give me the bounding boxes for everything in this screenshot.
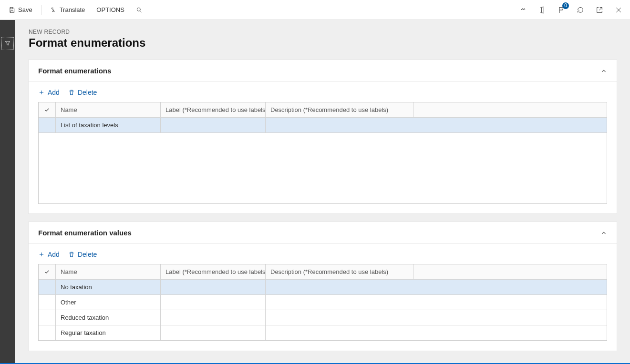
office-icon <box>538 6 546 14</box>
grid-body-enum: List of taxation levels <box>39 118 607 203</box>
popout-button[interactable] <box>593 3 606 17</box>
page-title: Format enumerations <box>29 36 617 50</box>
save-label: Save <box>18 6 32 13</box>
search-icon <box>136 7 143 13</box>
main-layout: NEW RECORD Format enumerations Format en… <box>0 20 630 363</box>
grid-header-row: Name Label (*Recommended to use labels) … <box>39 102 607 118</box>
plus-icon <box>38 251 45 258</box>
trash-icon <box>68 89 75 96</box>
cell-label[interactable] <box>161 118 266 132</box>
column-spacer <box>413 264 607 279</box>
cell-description[interactable] <box>266 325 413 340</box>
notifications-button[interactable]: 0 <box>555 3 568 17</box>
grid-header-row: Name Label (*Recommended to use labels) … <box>39 264 607 280</box>
translate-label: Translate <box>60 6 85 13</box>
panel-title-values: Format enumeration values <box>38 229 132 237</box>
translate-button[interactable]: Translate <box>45 3 90 16</box>
panel-title-enum: Format enumerations <box>38 67 111 75</box>
cell-description[interactable] <box>266 280 413 294</box>
translate-icon <box>50 7 57 13</box>
filter-icon <box>4 40 11 47</box>
add-button-values[interactable]: Add <box>38 251 60 258</box>
column-description[interactable]: Description (*Recommended to use labels) <box>266 102 413 117</box>
cell-name[interactable]: Regular taxation <box>56 325 161 340</box>
search-button[interactable] <box>131 4 147 16</box>
column-spacer <box>413 102 607 117</box>
cell-description[interactable] <box>266 310 413 325</box>
refresh-button[interactable] <box>574 3 587 17</box>
table-row[interactable]: List of taxation levels <box>39 118 607 133</box>
filter-button[interactable] <box>1 37 14 50</box>
cell-name[interactable]: No taxation <box>56 280 161 294</box>
check-icon <box>44 107 50 113</box>
column-select[interactable] <box>39 264 56 279</box>
column-name[interactable]: Name <box>56 264 161 279</box>
office-icon-button[interactable] <box>536 3 549 17</box>
delete-button-values[interactable]: Delete <box>68 251 97 258</box>
cell-label[interactable] <box>161 295 266 310</box>
cell-description[interactable] <box>266 118 413 132</box>
panel-format-enumerations: Format enumerations Add Delete <box>29 60 617 213</box>
refresh-icon <box>577 6 584 14</box>
add-button-enum[interactable]: Add <box>38 89 60 96</box>
delete-label: Delete <box>78 89 97 96</box>
grid-body-values: No taxation Other Reduced taxa <box>39 280 607 341</box>
left-sidebar <box>0 20 15 363</box>
row-select[interactable] <box>39 325 56 340</box>
close-button[interactable] <box>612 3 625 17</box>
add-label: Add <box>48 251 60 258</box>
breadcrumb: NEW RECORD <box>29 29 617 35</box>
row-select[interactable] <box>39 118 56 132</box>
connectivity-icon-button[interactable] <box>516 3 530 17</box>
notifications-badge: 0 <box>562 2 569 9</box>
column-select[interactable] <box>39 102 56 117</box>
save-icon <box>9 7 15 13</box>
cell-label[interactable] <box>161 325 266 340</box>
trash-icon <box>68 251 75 258</box>
options-button[interactable]: OPTIONS <box>92 3 129 16</box>
save-button[interactable]: Save <box>4 3 37 16</box>
column-description[interactable]: Description (*Recommended to use labels) <box>266 264 413 279</box>
column-name[interactable]: Name <box>56 102 161 117</box>
panel-header-values[interactable]: Format enumeration values <box>29 222 617 244</box>
panel-header-enum[interactable]: Format enumerations <box>29 60 617 82</box>
content-area: NEW RECORD Format enumerations Format en… <box>15 20 630 363</box>
table-row[interactable]: Other <box>39 295 607 310</box>
app-toolbar: Save Translate OPTIONS 0 <box>0 0 630 20</box>
panel-format-enumeration-values: Format enumeration values Add Delete <box>29 222 617 351</box>
row-select[interactable] <box>39 280 56 294</box>
chevron-up-icon <box>600 68 607 74</box>
table-row[interactable]: Regular taxation <box>39 325 607 341</box>
connectivity-icon <box>519 6 527 14</box>
row-select[interactable] <box>39 295 56 310</box>
add-label: Add <box>48 89 60 96</box>
grid-enum: Name Label (*Recommended to use labels) … <box>38 102 607 204</box>
chevron-up-icon <box>600 230 607 236</box>
popout-icon <box>596 6 603 14</box>
cell-label[interactable] <box>161 310 266 325</box>
cell-name[interactable]: Reduced taxation <box>56 310 161 325</box>
table-row[interactable]: Reduced taxation <box>39 310 607 325</box>
toolbar-separator <box>41 5 41 15</box>
cell-name[interactable]: List of taxation levels <box>56 118 161 132</box>
grid-values: Name Label (*Recommended to use labels) … <box>38 264 607 341</box>
svg-point-0 <box>137 8 140 11</box>
column-label[interactable]: Label (*Recommended to use labels) <box>161 102 266 117</box>
row-select[interactable] <box>39 310 56 325</box>
table-row[interactable]: No taxation <box>39 280 607 295</box>
cell-name[interactable]: Other <box>56 295 161 310</box>
close-icon <box>615 6 622 14</box>
delete-button-enum[interactable]: Delete <box>68 89 97 96</box>
column-label[interactable]: Label (*Recommended to use labels) <box>161 264 266 279</box>
delete-label: Delete <box>78 251 97 258</box>
cell-description[interactable] <box>266 295 413 310</box>
check-icon <box>44 269 50 275</box>
cell-label[interactable] <box>161 280 266 294</box>
options-label: OPTIONS <box>96 6 124 13</box>
plus-icon <box>38 89 45 96</box>
